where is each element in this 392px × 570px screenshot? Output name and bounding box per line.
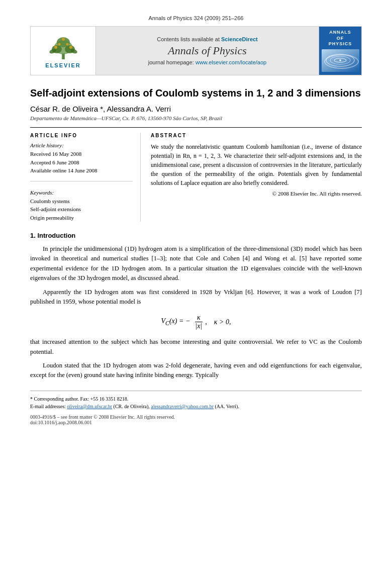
annals-badge-image <box>322 49 359 72</box>
article-history-label: Article history: <box>30 142 133 148</box>
svg-point-17 <box>339 59 341 61</box>
authors: César R. de Oliveira *, Alessandra A. Ve… <box>30 105 362 113</box>
sciencedirect-link[interactable]: ScienceDirect <box>221 36 258 42</box>
elsevier-brand-text: ELSEVIER <box>45 62 80 68</box>
formula-fraction: κ |x| <box>192 314 205 330</box>
intro-paragraph-3: that increased attention to the subject … <box>30 337 362 357</box>
contents-label: Contents lists available at <box>157 36 220 42</box>
issn-text: 0003-4916/$ – see front matter © 2008 El… <box>30 414 362 420</box>
elsevier-tree-icon <box>46 33 81 61</box>
intro-p1-text: In principle the unidimensional (1D) hyd… <box>30 245 362 281</box>
formula-lhs: VC(x) = − <box>161 317 190 327</box>
annals-badge-text: ANNALSOFPHYSICS <box>329 30 352 47</box>
doi-text: doi:10.1016/j.aop.2008.06.001 <box>30 420 362 425</box>
abstract-heading: ABSTRACT <box>151 133 362 138</box>
article-info-heading: ARTICLE INFO <box>30 133 133 138</box>
intro-paragraph-2: Apparently the 1D hydrogen atom was firs… <box>30 288 362 307</box>
email2-name: (AA. Verri). <box>215 404 239 409</box>
email-line: E-mail addresses: oliveira@dm.ufscar.br … <box>30 403 362 410</box>
available-date: Available online 14 June 2008 <box>30 166 133 175</box>
formula-denominator: |x| <box>193 322 204 330</box>
svg-point-6 <box>54 46 57 49</box>
keywords-section: Keywords: Coulomb systems Self-adjoint e… <box>30 181 133 222</box>
email-label: E-mail addresses: <box>30 404 66 409</box>
page: Annals of Physics 324 (2009) 251–266 <box>0 0 392 570</box>
intro-p4-text: Loudon stated that the 1D hydrogen atom … <box>30 362 362 378</box>
formula-numerator: κ <box>195 314 203 322</box>
annals-badge: ANNALSOFPHYSICS <box>319 27 361 75</box>
keywords-label: Keywords: <box>30 189 133 196</box>
keyword-2: Self-adjoint extensions <box>30 205 133 214</box>
intro-p2-text: Apparently the 1D hydrogen atom was firs… <box>30 289 362 305</box>
article-title: Self-adjoint extensions of Coulomb syste… <box>30 86 362 100</box>
svg-point-7 <box>69 46 72 49</box>
sciencedirect-line: Contents lists available at ScienceDirec… <box>157 36 258 42</box>
email1-name: (CR. de Oliveira), <box>114 404 150 409</box>
svg-rect-13 <box>322 49 359 72</box>
article-info-abstract: ARTICLE INFO Article history: Received 1… <box>30 127 362 222</box>
homepage-label: journal homepage: <box>148 59 194 65</box>
svg-point-10 <box>66 43 68 46</box>
article-title-section: Self-adjoint extensions of Coulomb syste… <box>30 86 362 121</box>
elsevier-logo: ELSEVIER <box>31 27 96 75</box>
accepted-date: Accepted 6 June 2008 <box>30 158 133 167</box>
footnote-section: * Corresponding author. Fax: +55 16 3351… <box>30 391 362 425</box>
journal-citation: Annals of Physics 324 (2009) 251–266 <box>30 15 362 21</box>
homepage-line: journal homepage: www.elsevier.com/locat… <box>148 59 266 65</box>
issn-line: 0003-4916/$ – see front matter © 2008 El… <box>30 414 362 425</box>
svg-point-15 <box>330 56 350 64</box>
formula-block: VC(x) = − κ |x| , κ > 0, <box>30 314 362 330</box>
citation-text: Annals of Physics 324 (2009) 251–266 <box>149 15 244 21</box>
email1[interactable]: oliveira@dm.ufscar.br <box>67 404 112 409</box>
abstract-text: We study the nonrelativistic quantum Cou… <box>151 142 362 187</box>
received-date: Received 16 May 2008 <box>30 150 133 158</box>
keyword-3: Origin permeability <box>30 214 133 222</box>
journal-title-header: Annals of Physics <box>168 44 246 57</box>
article-info-column: ARTICLE INFO Article history: Received 1… <box>30 133 141 222</box>
formula-condition: , κ > 0, <box>205 318 231 326</box>
copyright-line: © 2008 Elsevier Inc. All rights reserved… <box>151 191 362 197</box>
keyword-1: Coulomb systems <box>30 197 133 206</box>
svg-point-16 <box>334 58 346 62</box>
corresponding-author-text: * Corresponding author. Fax: +55 16 3351… <box>30 396 128 402</box>
journal-header: ELSEVIER Contents lists available at Sci… <box>30 26 362 75</box>
email2[interactable]: alessandraverri@yahoo.com.br <box>151 404 214 409</box>
affiliation: Departamento de Matemática—UFSCar, Cx. P… <box>30 115 362 121</box>
svg-point-8 <box>62 38 65 41</box>
homepage-url[interactable]: www.elsevier.com/locate/aop <box>195 59 266 65</box>
corresponding-author-note: * Corresponding author. Fax: +55 16 3351… <box>30 395 362 403</box>
abstract-column: ABSTRACT We study the nonrelativistic qu… <box>151 133 362 222</box>
abstract-body: We study the nonrelativistic quantum Cou… <box>151 143 362 186</box>
intro-paragraph-4: Loudon stated that the 1D hydrogen atom … <box>30 361 362 381</box>
section-1-title: 1. Introduction <box>30 232 362 239</box>
intro-p3-text: that increased attention to the subject … <box>30 338 362 355</box>
journal-center-header: Contents lists available at ScienceDirec… <box>96 27 319 75</box>
svg-point-9 <box>58 43 60 46</box>
intro-paragraph-1: In principle the unidimensional (1D) hyd… <box>30 244 362 283</box>
svg-point-14 <box>326 54 354 66</box>
